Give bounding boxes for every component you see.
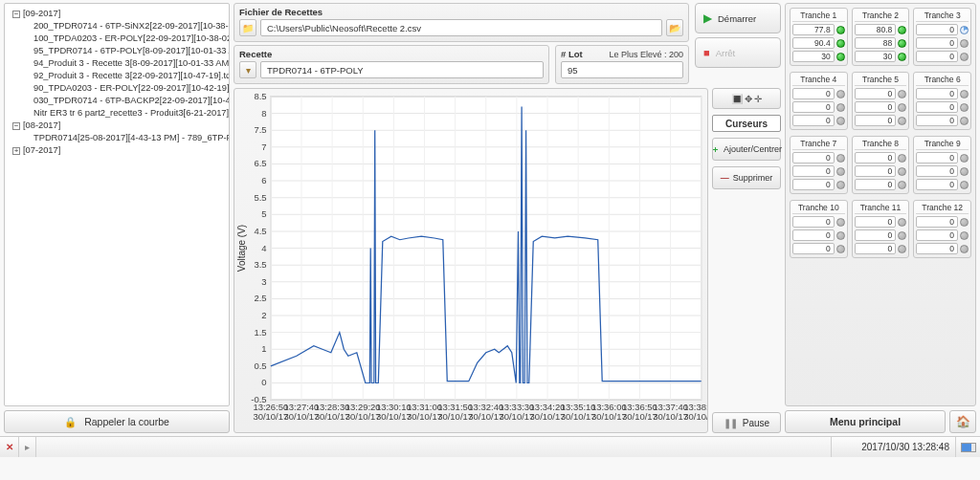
tranche-value: 0 [855, 216, 897, 228]
tranche-value: 0 [916, 229, 958, 241]
tranche-value: 0 [792, 243, 835, 254]
voltage-chart[interactable]: -0.500.511.522.533.544.555.566.577.588.5… [234, 89, 707, 432]
status-led [898, 245, 906, 253]
stop-label: Arrêt [716, 48, 736, 58]
dropdown-icon[interactable]: ▾ [239, 61, 256, 78]
tranche-value: 0 [916, 216, 958, 228]
tranche-value: 0 [916, 88, 958, 99]
tree-file[interactable]: 94_Produit 3 - Recette 3[8-09-2017][10-0… [33, 57, 225, 70]
tree-file[interactable]: 95_TPDR0714 - 6TP-POLY[8-09-2017][10-01-… [33, 45, 225, 57]
form-block: Fichier de Recettes 📁 C:\Users\Public\Ne… [234, 3, 689, 84]
tranche-card: Tranche 8000 [852, 136, 910, 194]
home-button[interactable]: 🏠 [949, 410, 976, 433]
svg-text:13:38:30: 13:38:30 [683, 403, 707, 412]
status-led [898, 231, 906, 240]
svg-text:Voltage (V): Voltage (V) [235, 225, 246, 272]
tree-file[interactable]: 90_TPDA0203 - ER-POLY[22-09-2017][10-42-… [33, 82, 225, 95]
left-column: −[09-2017]200_TPDR0714 - 6TP-SiNX2[22-09… [0, 0, 234, 436]
pause-button[interactable]: ❚❚ Pause [712, 412, 781, 433]
tranche-value: 0 [855, 101, 897, 113]
status-led [898, 218, 906, 227]
tranche-value: 0 [855, 243, 897, 254]
menu-principal-button[interactable]: Menu principal [785, 410, 946, 433]
tree-file[interactable]: 030_TPDR0714 - 6TP-BACKP2[22-09-2017][10… [33, 95, 225, 107]
svg-text:30/10/17: 30/10/17 [683, 412, 707, 422]
tranche-title: Tranche 1 [792, 11, 845, 22]
tree-file[interactable]: Nitr ER3 tr 6 part2_recette3 - Produit3[… [33, 107, 225, 120]
collapse-icon[interactable]: − [12, 122, 20, 130]
status-led [960, 26, 969, 34]
rappeler-button[interactable]: 🔒 Rappeler la courbe [4, 410, 230, 433]
status-led [960, 90, 969, 98]
svg-text:2.5: 2.5 [254, 295, 266, 304]
svg-text:5: 5 [261, 210, 266, 220]
tree-folder[interactable]: +[07-2017] [12, 144, 225, 157]
tranche-value: 80.8 [855, 24, 897, 35]
tree-folder[interactable]: −[09-2017] [12, 8, 225, 20]
tranche-title: Tranche 2 [855, 11, 907, 22]
status-led [960, 218, 969, 227]
center-column: Fichier de Recettes 📁 C:\Users\Public\Ne… [234, 0, 785, 436]
expand-button[interactable]: ▸ [19, 437, 36, 457]
tree-folder[interactable]: −[08-2017] [12, 120, 225, 132]
chart-tool-buttons[interactable]: 🔳 ✥ ✛ [712, 88, 781, 109]
main-row: −[09-2017]200_TPDR0714 - 6TP-SiNX2[22-09… [0, 0, 980, 436]
app-root: −[09-2017]200_TPDR0714 - 6TP-SiNX2[22-09… [0, 0, 980, 480]
pause-icon: ❚❚ [724, 418, 737, 428]
tree-file[interactable]: TPDR0714[25-08-2017][4-43-13 PM] - 789_6… [33, 132, 225, 144]
tree-file[interactable]: 92_Produit 3 - Recette 3[22-09-2017][10-… [33, 70, 225, 82]
status-led [836, 39, 845, 48]
tranche-value: 0 [916, 115, 958, 126]
play-icon: ▶ [703, 11, 712, 25]
tranche-value: 0 [792, 229, 835, 241]
tranche-title: Tranche 5 [855, 75, 907, 86]
svg-text:7.5: 7.5 [254, 125, 266, 135]
status-led [836, 53, 845, 61]
collapse-icon[interactable]: − [12, 11, 20, 18]
lot-aux: Le Plus Elevé : 200 [609, 50, 683, 59]
tranche-card: Tranche 177.890.430 [790, 8, 848, 66]
home-icon: 🏠 [956, 415, 970, 428]
status-led [898, 39, 906, 48]
footer-progress [955, 437, 980, 457]
tree-file[interactable]: 100_TPDA0203 - ER-POLY[22-09-2017][10-38… [33, 33, 225, 45]
expand-icon[interactable]: + [12, 147, 20, 155]
recette-input[interactable]: TPDR0714 - 6TP-POLY [260, 61, 544, 78]
tree-folder-label: [07-2017] [23, 144, 60, 157]
tranche-value: 0 [792, 165, 835, 177]
svg-text:6: 6 [261, 176, 266, 185]
lot-input[interactable]: 95 [561, 61, 683, 78]
tranche-value: 0 [916, 152, 958, 164]
tranche-value: 0 [916, 179, 958, 190]
tranche-value: 0 [792, 115, 835, 126]
folder-icon[interactable]: 📁 [239, 19, 256, 36]
cursor-add-button[interactable]: ＋ Ajouter/Centrer [712, 138, 781, 161]
tranche-title: Tranche 6 [916, 75, 969, 86]
start-button[interactable]: ▶ Démarrer [695, 3, 781, 33]
fichier-input[interactable]: C:\Users\Public\Neosoft\Recette 2.csv [260, 19, 662, 36]
tree-file[interactable]: 200_TPDR0714 - 6TP-SiNX2[22-09-2017][10-… [33, 20, 225, 33]
status-led [960, 181, 969, 189]
tranche-value: 0 [916, 165, 958, 177]
tranche-card: Tranche 12000 [913, 200, 971, 258]
svg-text:4: 4 [261, 244, 266, 253]
status-led [836, 245, 845, 253]
footer-time: 2017/10/30 13:28:48 [861, 442, 949, 452]
status-led [960, 245, 969, 253]
status-led [960, 103, 969, 112]
file-tree[interactable]: −[09-2017]200_TPDR0714 - 6TP-SiNX2[22-09… [4, 3, 230, 406]
cursor-del-button[interactable]: — Supprimer [712, 166, 781, 189]
tranche-card: Tranche 9000 [913, 136, 971, 194]
tranche-title: Tranche 7 [792, 139, 845, 150]
stop-button[interactable]: ■ Arrêt [695, 37, 781, 68]
menu-row: Menu principal 🏠 [785, 410, 976, 433]
status-led [898, 117, 906, 125]
tranche-card: Tranche 11000 [852, 200, 910, 258]
browse-icon[interactable]: 📂 [666, 19, 683, 36]
tranche-title: Tranche 9 [916, 139, 969, 150]
tranche-value: 0 [792, 152, 835, 164]
close-button[interactable]: ✕ [0, 437, 19, 457]
tranche-value: 0 [855, 152, 897, 164]
tranche-title: Tranche 12 [916, 203, 969, 214]
status-led [960, 167, 969, 176]
